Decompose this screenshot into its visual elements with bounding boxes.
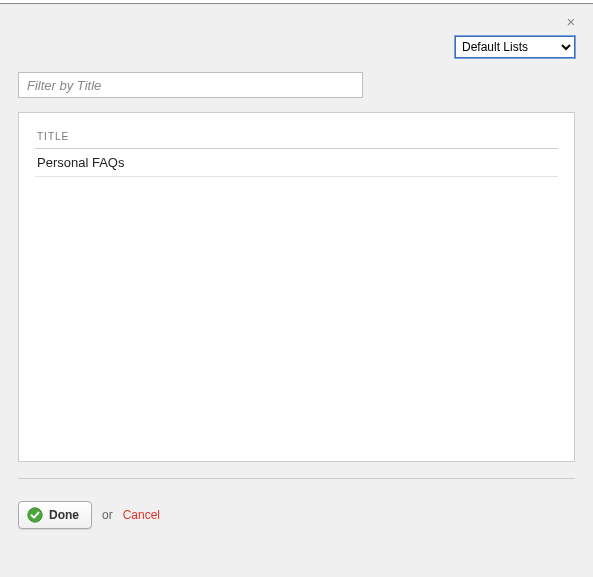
list-type-select[interactable]: Default Lists	[455, 36, 575, 58]
cancel-link[interactable]: Cancel	[123, 508, 160, 522]
footer-divider	[18, 478, 575, 479]
dialog: × Default Lists TITLE Personal FAQs Done…	[0, 4, 593, 577]
results-panel: TITLE Personal FAQs	[18, 112, 575, 462]
table-header-title: TITLE	[35, 127, 558, 149]
done-button-label: Done	[49, 508, 79, 522]
filter-input[interactable]	[18, 72, 363, 98]
or-text: or	[102, 508, 113, 522]
close-icon[interactable]: ×	[563, 14, 579, 30]
check-icon	[27, 507, 43, 523]
footer: Done or Cancel	[18, 501, 575, 529]
table-row[interactable]: Personal FAQs	[35, 149, 558, 177]
dropdown-row: Default Lists	[18, 36, 575, 58]
done-button[interactable]: Done	[18, 501, 92, 529]
